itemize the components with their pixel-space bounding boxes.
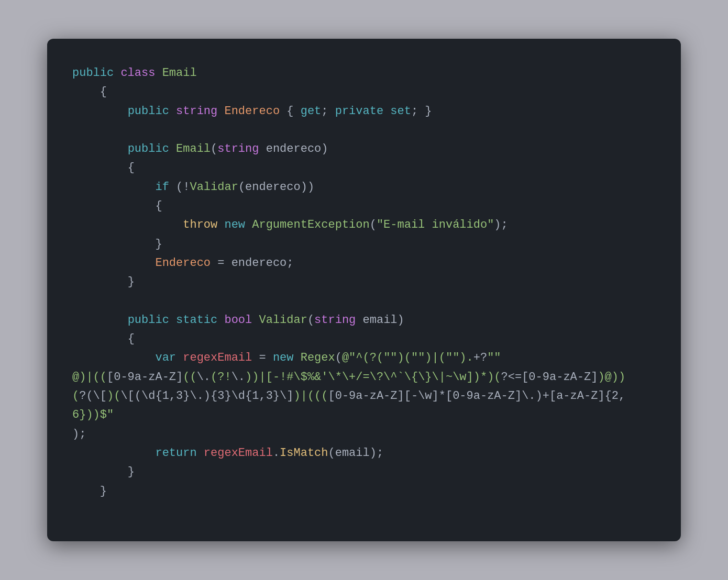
code-content: public class Email { public string Ender… xyxy=(72,64,656,501)
code-window: public class Email { public string Ender… xyxy=(47,39,681,541)
